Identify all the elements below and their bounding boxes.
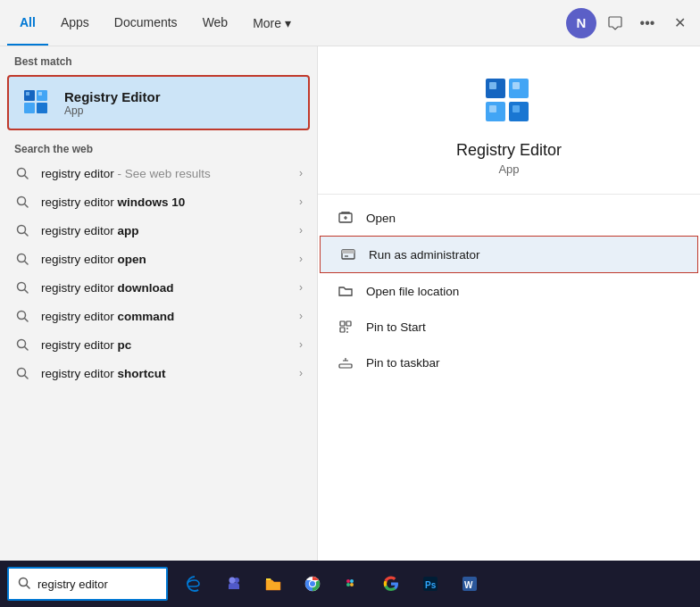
close-icon[interactable]: ✕ [666, 10, 693, 37]
svg-rect-36 [339, 364, 352, 368]
app-detail-name: Registry Editor [456, 141, 562, 160]
taskbar-explorer-icon[interactable] [255, 566, 291, 602]
action-pin-taskbar-label: Pin to taskbar [366, 356, 440, 370]
tab-more-label: More [253, 16, 281, 30]
taskbar-edge-icon[interactable] [177, 566, 212, 602]
search-item-text: registry editor - See web results [41, 167, 299, 180]
list-item[interactable]: registry editor app › [0, 216, 317, 245]
best-match-label: Best match [0, 46, 317, 71]
search-item-text: registry editor pc [41, 338, 299, 352]
taskbar-slack-icon[interactable] [334, 566, 370, 602]
svg-line-15 [25, 290, 29, 294]
taskbar-teams-icon[interactable] [216, 566, 252, 602]
right-panel: Registry Editor App Open [317, 46, 700, 607]
tab-more-arrow: ▾ [285, 16, 291, 30]
taskbar: registry editor [0, 561, 700, 607]
list-item[interactable]: registry editor - See web results › [0, 159, 317, 187]
best-match-name: Registry Editor [64, 89, 161, 104]
search-item-text: registry editor app [41, 224, 299, 237]
run-as-admin-icon [338, 245, 358, 264]
list-item[interactable]: registry editor download › [0, 273, 317, 302]
search-results-list: registry editor - See web results › regi… [0, 159, 317, 387]
user-avatar[interactable]: N [566, 8, 596, 38]
tab-bar: All Apps Documents Web More ▾ N ••• ✕ [0, 0, 700, 46]
left-panel: Best match Registry Editor [0, 46, 317, 607]
search-item-text: registry editor command [41, 310, 299, 323]
folder-icon [336, 281, 355, 301]
list-item[interactable]: registry editor command › [0, 302, 317, 330]
svg-rect-27 [512, 82, 520, 89]
chevron-right-icon: › [299, 224, 303, 237]
search-icon [14, 308, 30, 324]
taskbar-chrome-icon[interactable] [295, 566, 330, 602]
svg-point-45 [346, 579, 350, 583]
content-area: Best match Registry Editor [0, 46, 700, 607]
list-item[interactable]: registry editor pc › [0, 330, 317, 359]
action-run-as-admin-label: Run as administrator [369, 248, 480, 262]
best-match-text: Registry Editor App [64, 89, 161, 117]
svg-text:W: W [464, 580, 473, 590]
tab-all[interactable]: All [7, 0, 48, 46]
search-panel: All Apps Documents Web More ▾ N ••• ✕ Be… [0, 0, 700, 607]
svg-line-13 [25, 262, 29, 265]
svg-point-46 [350, 579, 354, 583]
svg-rect-2 [24, 103, 35, 113]
open-icon [336, 208, 355, 228]
search-icon [14, 194, 30, 210]
svg-line-38 [27, 585, 30, 588]
search-icon [14, 279, 30, 295]
svg-rect-1 [37, 90, 47, 101]
action-pin-start[interactable]: Pin to Start [318, 309, 700, 345]
tab-documents[interactable]: Documents [102, 0, 190, 46]
svg-rect-4 [26, 92, 29, 96]
list-item[interactable]: registry editor shortcut › [0, 359, 317, 387]
tab-web[interactable]: Web [190, 0, 241, 46]
action-open-file-location[interactable]: Open file location [318, 273, 700, 309]
svg-rect-33 [340, 321, 345, 326]
list-item[interactable]: registry editor open › [0, 245, 317, 273]
svg-rect-3 [37, 103, 47, 113]
action-pin-taskbar[interactable]: Pin to taskbar [318, 345, 700, 380]
more-options-icon[interactable]: ••• [634, 10, 661, 37]
taskbar-photo-icon[interactable]: Ps [412, 566, 448, 602]
taskbar-search-text: registry editor [38, 578, 108, 591]
tab-apps[interactable]: Apps [48, 0, 102, 46]
svg-rect-28 [489, 105, 496, 112]
search-icon [14, 165, 30, 181]
taskbar-search-box[interactable]: registry editor [7, 567, 168, 601]
list-item[interactable]: registry editor windows 10 › [0, 187, 317, 216]
taskbar-word-icon[interactable]: W [452, 566, 488, 602]
svg-point-48 [350, 583, 354, 586]
app-detail-header: Registry Editor App [318, 46, 700, 195]
svg-text:Ps: Ps [425, 580, 437, 590]
action-open[interactable]: Open [318, 200, 700, 236]
feedback-icon[interactable] [602, 10, 629, 37]
pin-taskbar-icon [336, 353, 355, 372]
chevron-right-icon: › [299, 253, 303, 265]
chevron-right-icon: › [299, 195, 303, 208]
tab-actions: N ••• ✕ [566, 8, 693, 38]
svg-line-17 [25, 319, 29, 322]
search-icon [14, 222, 30, 238]
svg-rect-26 [489, 82, 496, 89]
svg-rect-29 [512, 105, 520, 112]
search-item-text: registry editor windows 10 [41, 195, 299, 209]
registry-editor-icon-box [18, 84, 55, 121]
tab-more[interactable]: More ▾ [240, 9, 304, 37]
search-web-label: Search the web [0, 134, 317, 159]
taskbar-google-icon[interactable] [373, 566, 409, 602]
svg-line-11 [25, 233, 29, 237]
app-detail-type: App [498, 162, 519, 176]
best-match-item[interactable]: Registry Editor App [7, 75, 310, 130]
pin-start-icon [336, 317, 355, 337]
taskbar-icons: Ps W [177, 566, 488, 602]
action-run-as-admin[interactable]: Run as administrator [320, 236, 698, 273]
search-icon [14, 337, 30, 353]
taskbar-search-icon [18, 577, 30, 592]
svg-line-19 [25, 347, 29, 351]
chevron-right-icon: › [299, 281, 303, 294]
chevron-right-icon: › [299, 367, 303, 379]
svg-point-44 [310, 581, 315, 586]
search-icon [14, 251, 30, 267]
action-open-label: Open [366, 212, 396, 225]
